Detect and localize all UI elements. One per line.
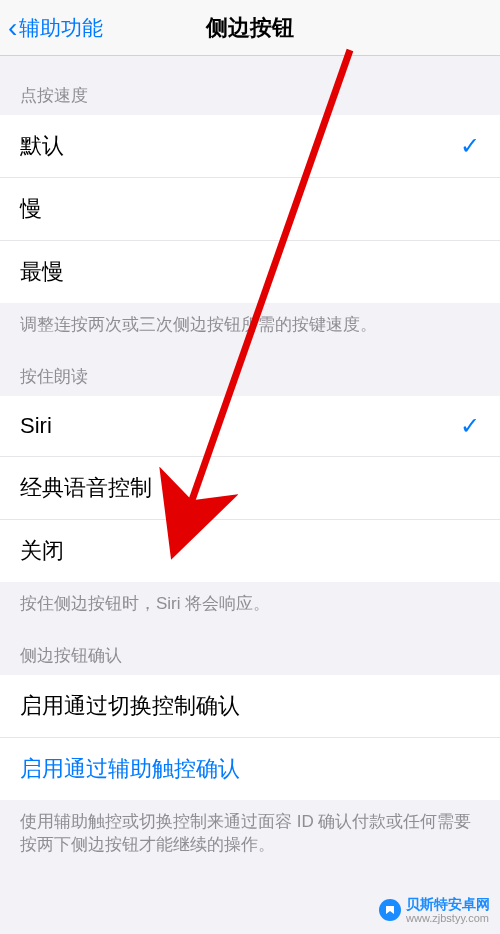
list-item-label: 关闭: [20, 536, 64, 566]
chevron-left-icon: ‹: [8, 12, 17, 44]
section-footer-click-speed: 调整连按两次或三次侧边按钮所需的按键速度。: [0, 303, 500, 337]
list-item-classic-voice[interactable]: 经典语音控制: [0, 457, 500, 520]
navbar: ‹ 辅助功能 侧边按钮: [0, 0, 500, 56]
watermark-url: www.zjbstyy.com: [406, 912, 490, 924]
section-header-hold-speak: 按住朗读: [0, 337, 500, 396]
list-item-off[interactable]: 关闭: [0, 520, 500, 582]
list-item-default[interactable]: 默认 ✓: [0, 115, 500, 178]
list-item-switch-control[interactable]: 启用通过切换控制确认: [0, 675, 500, 738]
list-item-slowest[interactable]: 最慢: [0, 241, 500, 303]
list-item-label: 启用通过辅助触控确认: [20, 754, 240, 784]
list-item-assistive-touch[interactable]: 启用通过辅助触控确认: [0, 738, 500, 800]
watermark: 贝斯特安卓网 www.zjbstyy.com: [378, 897, 490, 924]
page-title: 侧边按钮: [206, 13, 294, 43]
section-header-click-speed: 点按速度: [0, 56, 500, 115]
back-label: 辅助功能: [19, 14, 103, 42]
list-item-label: 默认: [20, 131, 64, 161]
list-item-label: 启用通过切换控制确认: [20, 691, 240, 721]
list-item-siri[interactable]: Siri ✓: [0, 396, 500, 457]
list-group-hold-speak: Siri ✓ 经典语音控制 关闭: [0, 396, 500, 582]
list-item-slow[interactable]: 慢: [0, 178, 500, 241]
list-item-label: Siri: [20, 413, 52, 439]
checkmark-icon: ✓: [460, 132, 480, 160]
list-item-label: 慢: [20, 194, 42, 224]
list-item-label: 经典语音控制: [20, 473, 152, 503]
section-footer-hold-speak: 按住侧边按钮时，Siri 将会响应。: [0, 582, 500, 616]
section-header-confirm: 侧边按钮确认: [0, 616, 500, 675]
list-group-click-speed: 默认 ✓ 慢 最慢: [0, 115, 500, 303]
watermark-icon: [378, 898, 402, 922]
checkmark-icon: ✓: [460, 412, 480, 440]
section-footer-confirm: 使用辅助触控或切换控制来通过面容 ID 确认付款或任何需要按两下侧边按钮才能继续…: [0, 800, 500, 858]
watermark-name: 贝斯特安卓网: [406, 897, 490, 912]
list-item-label: 最慢: [20, 257, 64, 287]
back-button[interactable]: ‹ 辅助功能: [8, 12, 103, 44]
list-group-confirm: 启用通过切换控制确认 启用通过辅助触控确认: [0, 675, 500, 800]
